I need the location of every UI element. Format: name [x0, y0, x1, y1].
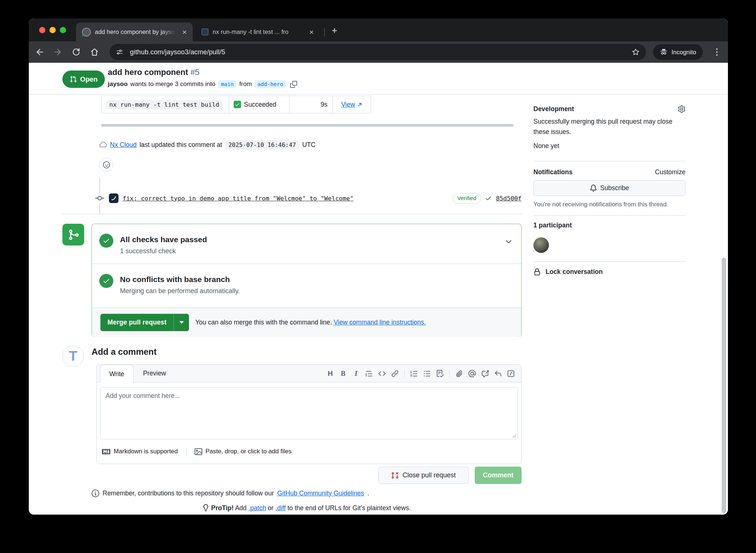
notifications-section-header: Notifications Customize [533, 167, 685, 177]
italic-icon[interactable]: I [350, 367, 362, 379]
sidebar-divider [533, 161, 685, 161]
success-emoji-icon [234, 101, 241, 108]
info-icon [92, 490, 99, 497]
tab-close-icon[interactable]: × [182, 28, 187, 36]
participants-section-header: 1 participant [533, 221, 685, 230]
url-text: github.com/jaysoo3/acme/pull/5 [130, 48, 225, 56]
cross-reference-icon[interactable] [479, 367, 491, 379]
base-branch-label[interactable]: main [218, 80, 237, 88]
home-icon[interactable] [90, 47, 99, 57]
tab-pull-request[interactable]: add hero component by jayso × [76, 23, 193, 41]
incognito-badge: Incognito [653, 44, 703, 60]
slash-commands-icon[interactable] [505, 367, 517, 379]
conflicts-section: No conflicts with base branch Merging ca… [92, 264, 521, 308]
patch-link[interactable]: .patch [248, 504, 266, 512]
check-name: nx run-many -t lint test build [106, 100, 223, 109]
ci-success-check-icon [81, 32, 86, 37]
site-settings-icon[interactable] [116, 48, 124, 56]
diff-link[interactable]: .diff [275, 504, 286, 512]
close-pull-request-button[interactable]: Close pull request [378, 467, 469, 484]
tab-separator [324, 28, 325, 37]
guidelines-note: Remember, contributions to this reposito… [92, 488, 369, 498]
check-view-link[interactable]: View [333, 96, 371, 113]
browser-window: add hero component by jayso × nx run-man… [29, 18, 728, 515]
tab-write[interactable]: Write [100, 365, 134, 383]
maximize-window-button[interactable] [60, 27, 66, 33]
comment-submit-button[interactable]: Comment [475, 467, 522, 484]
git-merge-icon [68, 229, 79, 241]
customize-link[interactable]: Customize [655, 168, 685, 176]
community-guidelines-link[interactable]: GitHub Community Guidelines [277, 490, 364, 497]
reload-icon[interactable] [71, 47, 81, 57]
lock-icon [533, 268, 541, 276]
pr-title: add hero component #5 [108, 68, 199, 77]
cli-instructions-link[interactable]: View command line instructions. [334, 319, 426, 326]
minimize-window-button[interactable] [49, 27, 56, 33]
check-duration-cell: 9s [289, 96, 333, 113]
attach-file-icon[interactable] [453, 367, 465, 379]
commit-check-icon [485, 195, 492, 202]
bookmark-star-icon[interactable] [631, 48, 640, 56]
caret-down-icon [179, 321, 184, 324]
code-icon[interactable] [376, 367, 388, 379]
quote-icon[interactable] [363, 367, 375, 379]
gear-icon[interactable] [678, 105, 685, 113]
forward-icon[interactable] [53, 47, 62, 57]
chevron-down-icon[interactable] [504, 237, 513, 246]
vertical-scrollbar[interactable] [722, 258, 726, 513]
light-bulb-icon [202, 504, 209, 511]
pr-author[interactable]: jaysoo [108, 80, 128, 88]
add-reaction-button[interactable] [99, 158, 113, 172]
development-section-header: Development [533, 104, 685, 114]
sidebar-divider [533, 215, 685, 216]
verified-badge[interactable]: Verified [453, 193, 481, 204]
tab-nx-run[interactable]: nx run-many -t lint test ... fro × [196, 23, 320, 41]
tab-close-icon[interactable]: × [309, 28, 314, 36]
notifications-note: You're not receiving notifications from … [533, 201, 668, 208]
commit-sha-link[interactable]: 85d500f [496, 195, 522, 202]
back-icon[interactable] [35, 47, 45, 57]
tab-preview[interactable]: Preview [134, 365, 176, 382]
lock-conversation-button[interactable]: Lock conversation [533, 268, 603, 276]
participants-title: 1 participant [533, 221, 572, 229]
comment-editor: Write Preview H B I [96, 364, 522, 464]
merge-options-dropdown[interactable] [173, 314, 189, 331]
merge-pull-request-button[interactable]: Merge pull request [100, 314, 173, 331]
task-list-icon[interactable] [434, 367, 446, 379]
nx-cloud-link[interactable]: Nx Cloud [110, 141, 137, 149]
development-title: Development [533, 105, 574, 113]
timezone: UTC [302, 141, 316, 149]
git-commit-icon [94, 193, 105, 203]
bold-icon[interactable]: B [337, 367, 349, 379]
saved-replies-icon[interactable] [492, 367, 504, 379]
subscribe-button[interactable]: Subscribe [533, 180, 685, 196]
heading-icon[interactable]: H [324, 367, 336, 379]
markdown-supported-note[interactable]: Markdown is supported [102, 447, 178, 456]
timestamp: 2025-07-10 16:46:47 [225, 140, 299, 150]
copy-icon[interactable] [290, 81, 297, 88]
numbered-list-icon[interactable] [408, 367, 420, 379]
commit-message-link[interactable]: fix: correct typo in demo app title from… [123, 195, 449, 202]
commit-author-avatar[interactable] [109, 193, 118, 203]
check-name-cell: nx run-many -t lint test build [102, 96, 229, 113]
new-tab-button[interactable]: + [329, 24, 340, 36]
comment-input[interactable] [100, 387, 518, 439]
conflicts-subtitle: Merging can be performed automatically. [120, 287, 240, 295]
browser-menu-icon[interactable] [712, 48, 721, 56]
tab-title: add hero component by jayso [95, 28, 178, 35]
head-branch-label[interactable]: add-hero [254, 80, 286, 88]
participant-avatar[interactable] [533, 237, 549, 253]
resize-grip[interactable] [512, 433, 517, 438]
notifications-title: Notifications [533, 168, 573, 176]
mention-icon[interactable] [466, 367, 478, 379]
address-bar[interactable]: github.com/jaysoo3/acme/pull/5 [110, 44, 646, 60]
paste-drop-note[interactable]: Paste, drop, or click to add files [195, 448, 292, 456]
incognito-icon [660, 48, 668, 56]
link-icon[interactable] [389, 367, 401, 379]
close-window-button[interactable] [39, 27, 45, 33]
tab-title: nx run-many -t lint test ... fro [213, 28, 305, 35]
checks-section[interactable]: All checks have passed 1 successful chec… [92, 224, 521, 264]
comment-editor-header: Write Preview H B I [97, 365, 521, 382]
horizontal-scrollbar[interactable] [101, 124, 513, 127]
bullet-list-icon[interactable] [421, 367, 433, 379]
